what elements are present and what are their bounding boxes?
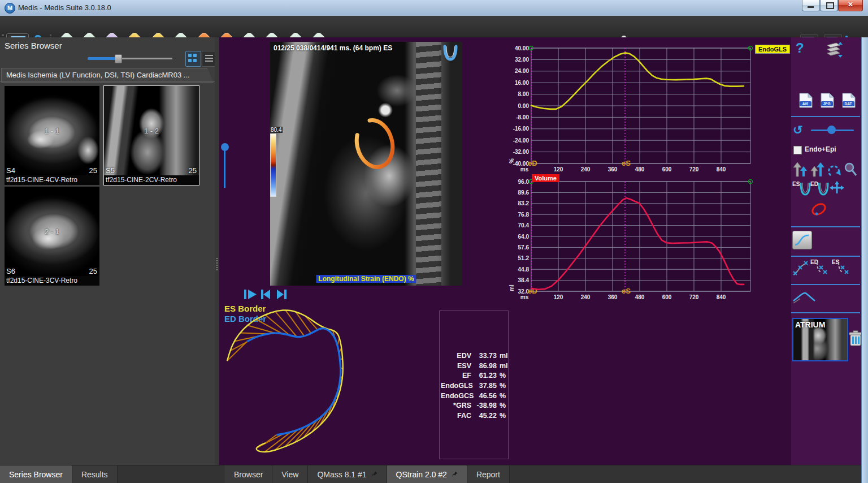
measurement-row: ESV86.98ml xyxy=(440,362,508,372)
main-toolbar: ◄► ? ▾▾ECV▾T1▾T2▾ New session * ▾ ▾ xyxy=(0,16,868,38)
left-tab-results[interactable]: Results xyxy=(72,465,118,483)
svg-text:600: 600 xyxy=(662,294,672,300)
border-contour-plot xyxy=(220,301,408,465)
series-thumbnail[interactable]: 1 - 2S525tf2d15-CINE-2CV-Retro xyxy=(104,86,199,185)
tools-panel: ? AVIJPGDAT ↺ Endo+Epi xyxy=(791,37,861,465)
play-button[interactable] xyxy=(244,290,257,299)
measurement-label: ESV xyxy=(441,362,471,372)
endo-epi-checkbox[interactable] xyxy=(793,146,802,154)
svg-text:83.2: 83.2 xyxy=(518,200,530,206)
svg-text:240: 240 xyxy=(581,294,591,300)
reorder-layers-icon[interactable] xyxy=(823,41,843,59)
measurement-label: EndoGCS xyxy=(441,392,471,402)
right-scrollbar[interactable] xyxy=(861,37,868,483)
svg-text:-16.00: -16.00 xyxy=(513,126,530,132)
propagate-forward-icon[interactable] xyxy=(792,161,808,178)
export-jpg-button[interactable]: JPG xyxy=(821,93,834,110)
endogls-legend-badge[interactable]: EndoGLS xyxy=(755,45,790,54)
export-dat-button[interactable]: DAT xyxy=(842,93,856,110)
app-tab-qstrain-2-0-2[interactable]: QStrain 2.0 #2 xyxy=(387,465,467,483)
volume-chart[interactable]: 96.089.683.276.870.464.057.651.244.838.4… xyxy=(509,170,791,305)
svg-text:eS: eS xyxy=(622,159,631,167)
svg-text:8.00: 8.00 xyxy=(518,91,530,97)
ed-contour-icon[interactable] xyxy=(817,182,830,196)
last-frame-button[interactable] xyxy=(277,290,287,299)
app-tab-qmass-8-1-1[interactable]: QMass 8.1 #1 xyxy=(308,465,387,483)
thumbnail-series-number: S4 xyxy=(6,166,15,175)
frame-slider-knob[interactable] xyxy=(221,143,229,151)
series-thumbnail[interactable]: 2 - 1S625tf2d15-CINE-3CV-Retro xyxy=(5,187,99,286)
curve-tool-icon[interactable] xyxy=(792,288,817,304)
es-points-icon[interactable] xyxy=(836,261,852,278)
opacity-slider-knob[interactable] xyxy=(827,126,836,134)
medis-suite-window: M Medis - Medis Suite 3.0.18.0 ✕ ◄► ? ▾▾… xyxy=(0,0,868,483)
propagate-backward-icon[interactable] xyxy=(809,161,825,178)
sigmoid-curve-icon xyxy=(793,231,811,249)
list-view-icon xyxy=(205,55,213,56)
app-tab-view[interactable]: View xyxy=(272,465,308,483)
svg-text:32.00: 32.00 xyxy=(515,57,529,63)
measurement-row: EDV33.73ml xyxy=(440,352,508,362)
sigmoid-tool-button[interactable] xyxy=(792,231,812,249)
series-browser-title: Series Browser xyxy=(5,41,62,50)
svg-text:57.6: 57.6 xyxy=(518,244,530,251)
grid-view-icon xyxy=(188,54,192,57)
move-contour-icon[interactable] xyxy=(828,181,845,197)
series-browser-panel: Series Browser Medis Ischemia (LV Functi… xyxy=(0,37,215,465)
measurement-label: EndoGLS xyxy=(441,382,471,392)
svg-text:70.4: 70.4 xyxy=(518,222,530,228)
ellipse-roi-icon[interactable] xyxy=(809,200,828,218)
svg-text:AVI: AVI xyxy=(802,102,809,106)
help-icon[interactable]: ? xyxy=(796,40,804,56)
measurements-panel: EDV33.73mlESV86.98mlEF61.23%EndoGLS37.85… xyxy=(439,310,509,459)
left-tab-series-browser[interactable]: Series Browser xyxy=(0,465,72,483)
grid-view-button[interactable] xyxy=(185,51,201,67)
mri-viewport[interactable]: 012/25 038/0414/941 ms. (64 bpm) ES Long… xyxy=(270,42,462,286)
svg-text:24.00: 24.00 xyxy=(515,68,529,74)
first-frame-button[interactable] xyxy=(261,290,270,299)
study-tab-underline xyxy=(0,81,215,82)
svg-text:89.6: 89.6 xyxy=(518,189,530,196)
svg-text:-8.00: -8.00 xyxy=(516,114,529,120)
svg-text:360: 360 xyxy=(608,294,618,300)
minimize-button[interactable] xyxy=(802,0,820,11)
thumbnail-size-slider-knob[interactable] xyxy=(115,54,122,63)
thumbnail-image[interactable]: 1 - 1S425 xyxy=(5,86,99,175)
panel-splitter[interactable] xyxy=(215,37,219,465)
measurement-row: EndoGLS37.85% xyxy=(440,382,508,392)
magnifier-icon[interactable] xyxy=(843,162,858,178)
thumbnail-image[interactable]: 2 - 1S625 xyxy=(5,187,99,276)
delete-trash-icon[interactable] xyxy=(849,330,862,347)
undo-contour-icon[interactable]: ↺ xyxy=(793,123,803,137)
measurement-row: FAC45.22% xyxy=(440,412,508,422)
app-tab-browser[interactable]: Browser xyxy=(225,465,272,483)
strain-colorbar xyxy=(270,133,276,197)
volume-legend-badge[interactable]: Volume xyxy=(532,174,559,182)
ed-points-icon[interactable] xyxy=(815,261,831,278)
series-thumbnail[interactable]: 1 - 1S425tf2d15-CINE-4CV-Retro xyxy=(5,86,99,185)
bottom-tab-bar: Series BrowserResults BrowserViewQMass 8… xyxy=(0,465,868,483)
measurement-unit: % xyxy=(500,412,507,422)
redo-dashed-icon[interactable] xyxy=(826,161,842,178)
endo-epi-label: Endo+Epi xyxy=(805,145,836,153)
svg-text:96.0: 96.0 xyxy=(518,179,530,185)
measurement-value: 46.56 xyxy=(474,392,497,402)
thumbnail-image[interactable]: 1 - 2S525 xyxy=(104,86,199,175)
atrium-series-thumbnail[interactable]: ATRIUM xyxy=(792,318,848,361)
study-tab[interactable]: Medis Ischemia (LV Function, DSI, TSI) C… xyxy=(1,68,214,83)
measurement-value: 45.22 xyxy=(474,412,497,422)
es-contour-icon[interactable] xyxy=(799,182,811,196)
maximize-button[interactable] xyxy=(820,0,838,11)
measurement-row: *GRS-38.98% xyxy=(440,402,508,412)
close-button[interactable]: ✕ xyxy=(838,0,863,11)
measurement-label: FAC xyxy=(441,412,471,422)
export-avi-button[interactable]: AVI xyxy=(799,93,813,110)
app-tab-report[interactable]: Report xyxy=(467,465,510,483)
strain-chart[interactable]: 40.0032.0024.0016.008.000.00-8.00-16.00-… xyxy=(509,40,791,175)
frame-slider-track[interactable] xyxy=(224,150,225,188)
title-bar[interactable]: M Medis - Medis Suite 3.0.18.0 ✕ xyxy=(0,0,868,16)
measurement-unit: % xyxy=(500,402,507,412)
thumbnail-series-number: S5 xyxy=(106,166,115,175)
measurement-value: 61.23 xyxy=(474,372,497,382)
edit-points-icon[interactable] xyxy=(792,260,809,277)
